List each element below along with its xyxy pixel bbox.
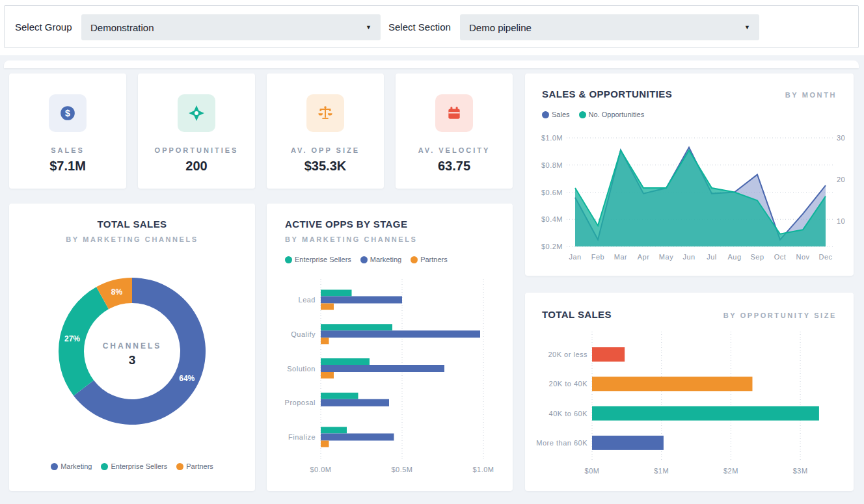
bar-40k-to-60k: [592, 406, 819, 421]
group-dropdown[interactable]: Demonstration ▼: [81, 14, 381, 40]
bar-chart: $0M$1M$2M$3M20K or less20K to 40K40K to …: [525, 330, 854, 491]
section-dropdown-value: Demo pipeline: [460, 22, 532, 33]
legend-label: Enterprise Sellers: [295, 256, 351, 263]
bar-proposal-enterprise-sellers: [321, 393, 358, 399]
chart-title: ACTIVE OPPS BY STAGE: [285, 219, 407, 230]
dollar-icon: $: [59, 105, 76, 122]
axis-label: 20K to 40K: [549, 380, 588, 388]
calendar-icon: [446, 105, 463, 122]
bar-more-than-60k: [592, 436, 664, 450]
content-panel-top: [4, 60, 859, 68]
chart-subtitle: BY OPPORTUNITY SIZE: [723, 312, 837, 319]
grouped-bar-chart: $0.0M$0.5M$1.0MLeadQualifySolutionPropos…: [267, 274, 513, 483]
axis-label: Qualify: [291, 330, 316, 338]
axis-label: $0.5M: [391, 466, 412, 473]
group-dropdown-value: Demonstration: [81, 22, 154, 33]
kpi-value: $7.1M: [9, 159, 126, 174]
legend-label: No. Opportunities: [589, 111, 645, 118]
total-sales-by-channel-card: TOTAL SALES BY MARKETING CHANNELS 64%27%…: [9, 204, 255, 491]
axis-label: $0M: [585, 467, 600, 475]
filter-bar: Select Group Demonstration ▼ Select Sect…: [4, 5, 859, 48]
kpi-label: AV. VELOCITY: [396, 146, 513, 154]
legend-item: No. Opportunities: [579, 111, 645, 118]
kpi-value: 63.75: [396, 159, 513, 174]
axis-label: 40K to 60K: [549, 410, 588, 418]
kpi-value: 200: [138, 159, 255, 174]
legend: Enterprise SellersMarketingPartners: [285, 256, 448, 263]
legend-item: Marketing: [360, 256, 401, 263]
kpi-card-sales: $ SALES $7.1M: [9, 73, 126, 189]
axis-label: May: [659, 253, 673, 261]
axis-label: Proposal: [285, 399, 316, 406]
kpi-label: SALES: [9, 146, 126, 154]
legend-label: Marketing: [370, 256, 401, 263]
bar-qualify-marketing: [321, 330, 480, 338]
legend-dot: [285, 256, 292, 263]
axis-label: $3M: [793, 467, 808, 475]
chevron-down-icon: ▼: [366, 24, 371, 31]
axis-label: Dec: [818, 253, 832, 261]
axis-label: $0.2M: [541, 243, 563, 250]
axis-label: Lead: [299, 296, 316, 304]
bar-lead-enterprise-sellers: [321, 290, 352, 297]
axis-label: Mar: [614, 253, 627, 261]
legend-item: Marketing: [51, 462, 92, 470]
section-dropdown[interactable]: Demo pipeline ▼: [460, 14, 759, 40]
legend-item: Enterprise Sellers: [285, 256, 351, 263]
chart-title: TOTAL SALES: [9, 219, 255, 230]
axis-label: Apr: [638, 253, 650, 261]
bar-20k-or-less: [592, 347, 625, 362]
scales-icon: [317, 105, 334, 122]
legend-item: Enterprise Sellers: [101, 462, 167, 470]
axis-label: Solution: [287, 365, 316, 373]
legend-dot: [411, 256, 418, 263]
target-icon: [188, 105, 205, 122]
legend-dot: [542, 111, 549, 118]
chart-subtitle: BY MARKETING CHANNELS: [9, 235, 255, 243]
legend-label: Sales: [552, 111, 570, 118]
bar-finalize-partners: [321, 441, 329, 447]
svg-text:$: $: [65, 108, 70, 118]
axis-label: $0.6M: [541, 189, 563, 196]
axis-label: $2M: [723, 467, 738, 475]
kpi-card-av-velocity: AV. VELOCITY 63.75: [396, 73, 513, 189]
axis-label: Nov: [796, 253, 809, 261]
bar-lead-partners: [321, 304, 334, 310]
legend-dot: [579, 111, 586, 118]
axis-label: 20K or less: [548, 351, 587, 358]
legend-item: Sales: [542, 111, 570, 118]
donut-center-label: CHANNELS: [9, 341, 255, 351]
bar-finalize-marketing: [321, 434, 394, 441]
axis-label: Jun: [682, 253, 695, 261]
axis-label: $0.0M: [310, 466, 331, 473]
total-sales-by-opp-size-card: TOTAL SALES BY OPPORTUNITY SIZE $0M$1M$2…: [525, 293, 854, 491]
kpi-card-av-opp-size: AV. OPP SIZE $35.3K: [267, 73, 384, 189]
legend-label: Marketing: [61, 462, 92, 470]
legend-dot: [51, 463, 58, 470]
bar-20k-to-40k: [592, 377, 752, 391]
bar-solution-enterprise-sellers: [321, 358, 370, 365]
bar-qualify-enterprise-sellers: [321, 324, 392, 330]
bar-finalize-enterprise-sellers: [321, 427, 347, 434]
axis-label: $1M: [654, 467, 669, 475]
sales-opportunities-card: SALES & OPPORTUNITIES BY MONTH SalesNo. …: [525, 73, 854, 276]
bar-qualify-partners: [321, 338, 329, 344]
axis-label: Aug: [727, 253, 741, 261]
dashboard: Select Group Demonstration ▼ Select Sect…: [0, 0, 864, 504]
kpi-icon-tile: $: [49, 94, 87, 132]
axis-label: 30: [837, 134, 845, 142]
kpi-card-opportunities: OPPORTUNITIES 200: [138, 73, 255, 189]
area-chart: $1.0M$0.8M$0.6M$0.4M$0.2M302010JanFebMar…: [525, 129, 854, 274]
legend-label: Partners: [420, 256, 448, 263]
legend-item: Partners: [176, 462, 213, 470]
axis-label: Feb: [591, 253, 604, 261]
legend: SalesNo. Opportunities: [542, 111, 644, 118]
kpi-label: OPPORTUNITIES: [138, 146, 255, 154]
donut-center: CHANNELS 3: [9, 341, 255, 367]
axis-label: Jan: [569, 253, 581, 261]
axis-label: $0.4M: [541, 215, 563, 223]
legend-dot: [101, 463, 108, 470]
axis-label: Finalize: [288, 433, 316, 441]
axis-label: $0.8M: [541, 161, 563, 169]
chevron-down-icon: ▼: [744, 24, 750, 31]
